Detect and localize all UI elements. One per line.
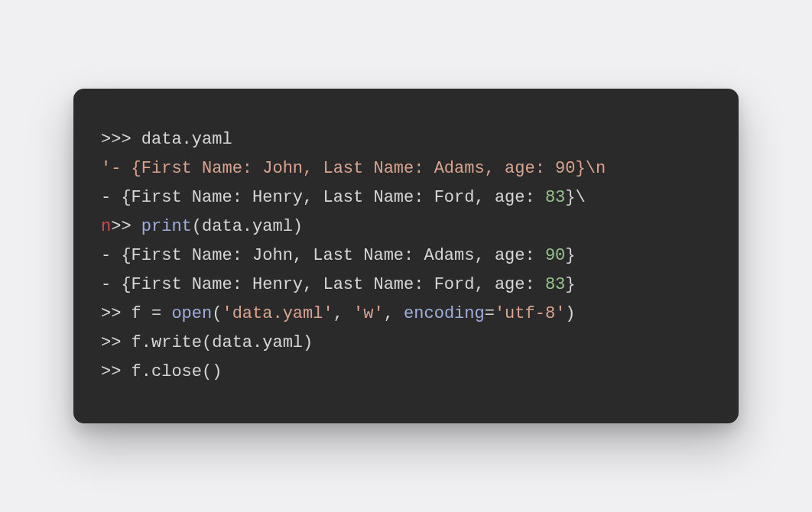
prompt: >> <box>101 304 132 323</box>
code-line: - {First Name: John, Last Name: Adams, a… <box>101 241 711 271</box>
builtin-fn: print <box>141 217 192 236</box>
code-text: ( <box>212 304 222 323</box>
code-text: - {First Name: Henry, Last Name: Ford, a… <box>101 275 545 294</box>
caret-mark: n <box>101 217 111 236</box>
code-text: f = <box>132 304 172 323</box>
code-line: '- {First Name: John, Last Name: Adams, … <box>101 154 711 183</box>
code-block: >>> data.yaml '- {First Name: John, Last… <box>73 89 739 423</box>
prompt: >>> <box>101 130 141 149</box>
code-line: >> f.write(data.yaml) <box>101 329 711 358</box>
code-line: - {First Name: Henry, Last Name: Ford, a… <box>101 183 711 212</box>
prompt: >> <box>101 362 132 381</box>
code-text: , <box>384 304 404 323</box>
code-line: >>> data.yaml <box>101 125 711 154</box>
code-text: , <box>333 304 353 323</box>
code-text: - {First Name: Henry, Last Name: Ford, a… <box>101 188 545 207</box>
code-line: - {First Name: Henry, Last Name: Ford, a… <box>101 271 711 300</box>
code-text: - {First Name: John, Last Name: Adams, a… <box>101 246 545 265</box>
code-text: } <box>565 275 575 294</box>
number-literal: 83 <box>545 275 565 294</box>
code-text: = <box>485 304 495 323</box>
code-line: >> f = open('data.yaml', 'w', encoding='… <box>101 300 711 329</box>
code-text: } <box>565 246 575 265</box>
prompt: >> <box>111 217 141 236</box>
keyword-arg: encoding <box>404 304 485 323</box>
string-literal: 'w' <box>353 304 384 323</box>
code-text: }\ <box>565 188 585 207</box>
number-literal: 83 <box>545 188 565 207</box>
builtin-fn: open <box>171 304 212 323</box>
code-line: n>> print(data.yaml) <box>101 212 711 241</box>
string-literal: '- {First Name: John, Last Name: Adams, … <box>101 159 606 178</box>
prompt: >> <box>101 333 132 352</box>
number-literal: 90 <box>545 246 565 265</box>
code-text: ) <box>565 304 575 323</box>
code-text: f.close() <box>132 362 222 381</box>
code-line: >> f.close() <box>101 358 711 387</box>
string-literal: 'data.yaml' <box>222 304 333 323</box>
code-text: data.yaml <box>141 130 232 149</box>
code-text: f.write(data.yaml) <box>132 333 313 352</box>
string-literal: 'utf-8' <box>495 304 565 323</box>
code-text: (data.yaml) <box>192 217 303 236</box>
